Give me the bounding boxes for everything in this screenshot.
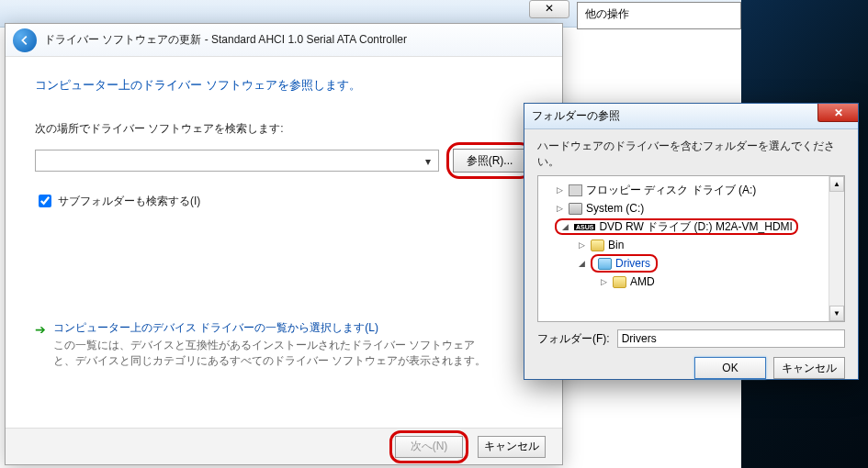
- scroll-up-icon[interactable]: ▲: [829, 176, 844, 192]
- tree-toggle-icon[interactable]: ▷: [599, 277, 609, 287]
- tree-item-floppy[interactable]: ▷ フロッピー ディスク ドライブ (A:): [538, 181, 844, 199]
- chevron-down-icon[interactable]: ▾: [420, 152, 436, 171]
- browse-highlight: 参照(R)...: [446, 142, 533, 179]
- ok-button[interactable]: OK: [694, 357, 766, 379]
- tree-toggle-icon[interactable]: ▷: [555, 204, 565, 214]
- tree-item-system-c[interactable]: ▷ System (C:): [538, 199, 844, 217]
- arrow-left-icon: [18, 34, 31, 47]
- folder-icon: [613, 276, 626, 288]
- browse-button[interactable]: 参照(R)...: [453, 149, 526, 173]
- asus-badge-icon: ASUS: [574, 224, 595, 230]
- drivers-highlight: Drivers: [591, 254, 658, 273]
- include-subfolders-row[interactable]: サブフォルダーも検索する(I): [35, 192, 533, 210]
- wizard-footer: 次へ(N) キャンセル: [6, 428, 562, 464]
- folder-icon: [591, 240, 604, 251]
- tree-label: System (C:): [586, 202, 644, 215]
- selected-folder-label: フォルダー(F):: [537, 331, 610, 347]
- browse-cancel-button[interactable]: キャンセル: [773, 357, 845, 379]
- tree-item-drivers[interactable]: ◢ Drivers: [538, 254, 844, 273]
- wizard-body: コンピューター上のドライバー ソフトウェアを参照します。 次の場所でドライバー …: [6, 57, 562, 369]
- next-highlight: 次へ(N): [389, 430, 468, 463]
- back-button[interactable]: [13, 28, 37, 52]
- browse-folder-dialog: フォルダーの参照 ✕ ハードウェアのドライバーを含むフォルダーを選んでください。…: [524, 103, 859, 380]
- wizard-heading: コンピューター上のドライバー ソフトウェアを参照します。: [35, 77, 533, 94]
- selected-folder-input[interactable]: [617, 329, 845, 348]
- browse-folder-buttons: OK キャンセル: [524, 348, 858, 379]
- close-button[interactable]: ✕: [817, 104, 858, 122]
- folder-open-icon: [598, 258, 612, 270]
- tree-toggle-icon[interactable]: ▷: [577, 240, 587, 251]
- tree-label: Bin: [608, 239, 624, 251]
- tree-scrollbar[interactable]: ▲ ▼: [829, 176, 844, 321]
- pick-from-list-link[interactable]: コンピューター上のデバイス ドライバーの一覧から選択します(L): [53, 320, 494, 336]
- hdd-icon: [569, 203, 582, 215]
- tree-label: DVD RW ドライブ (D:) M2A-VM_HDMI: [599, 219, 792, 235]
- search-path-combo[interactable]: ▾: [35, 150, 439, 172]
- folder-tree[interactable]: ▷ フロッピー ディスク ドライブ (A:) ▷ System (C:) ◢ A…: [537, 175, 845, 322]
- tree-toggle-icon[interactable]: ◢: [577, 259, 587, 269]
- tree-toggle-icon[interactable]: ◢: [560, 222, 570, 232]
- cancel-button[interactable]: キャンセル: [478, 436, 546, 458]
- pick-from-list-desc: この一覧には、デバイスと互換性があるインストールされたドライバー ソフトウェアと…: [53, 338, 494, 369]
- tree-label: フロッピー ディスク ドライブ (A:): [586, 183, 756, 198]
- floppy-icon: [569, 184, 582, 196]
- tree-label: Drivers: [615, 257, 650, 270]
- arrow-right-icon: ➔: [35, 322, 46, 369]
- include-subfolders-label: サブフォルダーも検索する(I): [58, 194, 200, 209]
- wizard-header: ドライバー ソフトウェアの更新 - Standard AHCI 1.0 Seri…: [6, 24, 562, 57]
- tree-label: AMD: [630, 275, 655, 288]
- browse-folder-message: ハードウェアのドライバーを含むフォルダーを選んでください。: [524, 129, 858, 175]
- wizard-title: ドライバー ソフトウェアの更新 - Standard AHCI 1.0 Seri…: [44, 32, 407, 48]
- next-button[interactable]: 次へ(N): [395, 436, 463, 458]
- dvd-highlight: ◢ ASUS DVD RW ドライブ (D:) M2A-VM_HDMI: [555, 218, 798, 235]
- other-operations-pane[interactable]: 他の操作: [577, 2, 741, 29]
- include-subfolders-checkbox[interactable]: [39, 195, 51, 207]
- window-close-bubble[interactable]: ✕: [529, 0, 569, 18]
- search-location-label: 次の場所でドライバー ソフトウェアを検索します:: [35, 121, 533, 137]
- tree-item-bin[interactable]: ▷ Bin: [538, 236, 844, 254]
- tree-item-dvd[interactable]: ◢ ASUS DVD RW ドライブ (D:) M2A-VM_HDMI: [538, 217, 844, 236]
- scroll-down-icon[interactable]: ▼: [829, 306, 844, 321]
- driver-update-wizard: ドライバー ソフトウェアの更新 - Standard AHCI 1.0 Seri…: [5, 23, 563, 465]
- selected-folder-row: フォルダー(F):: [524, 322, 858, 348]
- browse-folder-titlebar: フォルダーの参照 ✕: [524, 104, 858, 129]
- browse-folder-title: フォルダーの参照: [532, 108, 620, 124]
- tree-toggle-icon[interactable]: ▷: [555, 185, 565, 195]
- pick-from-list-block[interactable]: ➔ コンピューター上のデバイス ドライバーの一覧から選択します(L) この一覧に…: [35, 320, 533, 369]
- tree-item-amd[interactable]: ▷ AMD: [538, 273, 844, 291]
